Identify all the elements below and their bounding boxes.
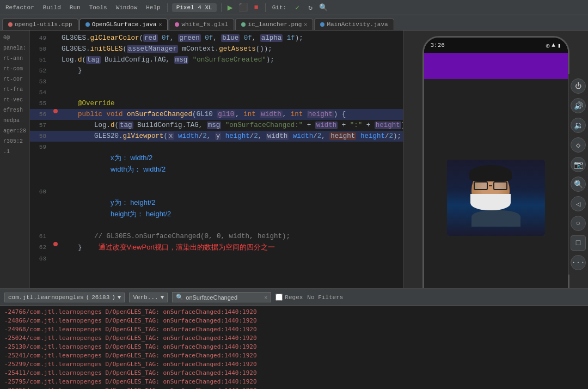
- sidebar-item-r305[interactable]: r305:2: [0, 136, 29, 147]
- back-arrow-button[interactable]: ◁: [571, 196, 586, 211]
- line-number-57: 57: [30, 120, 52, 131]
- breakpoint-dot-62[interactable]: [53, 242, 58, 246]
- code-line-61: 61 // GL30ES.onSurfaceChanged(0, 0, widt…: [30, 231, 403, 242]
- tab-bar: opengl-utils.cpp OpenGLSurface.java ✕ wh…: [0, 15, 588, 31]
- code-annotation-62: 通过改变ViewPort视口，渲染出的数据为空间的四分之一: [99, 243, 275, 251]
- line-number-52: 52: [30, 65, 52, 76]
- verbosity-dropdown[interactable]: Verb... ▼: [129, 293, 168, 302]
- logcat-toolbar: com.jtl.learnopengles ( 26183 ) ▼ Verb..…: [0, 289, 588, 306]
- tab-label-openglsurface: OpenGLSurface.java: [92, 21, 157, 28]
- camera-button[interactable]: 📷: [571, 157, 586, 172]
- line-content-59: x为： width/2 width为： width/2: [59, 142, 403, 186]
- tab-dot-cpp: [8, 22, 13, 27]
- sidebar-item-0[interactable]: 0@: [0, 33, 29, 43]
- tab-label-mainactivity: MainActivity.java: [327, 21, 388, 28]
- device-selector[interactable]: Pixel 4 XL: [172, 3, 217, 12]
- log-line-0: -24766/com.jtl.learnopenges D/OpenGLES_T…: [0, 308, 588, 317]
- phone-panel: 3:26 ◎ ▲ ▮: [403, 31, 588, 288]
- square-button[interactable]: □: [571, 235, 586, 251]
- line-number-59: 59: [30, 142, 52, 153]
- code-editor: 49 GL30ES.glClearColor(red 0f, green 0f,…: [30, 31, 403, 288]
- code-content-area[interactable]: 49 GL30ES.glClearColor(red 0f, green 0f,…: [30, 31, 403, 288]
- line-content-60: y为： height/2 height为： height/2: [59, 186, 403, 231]
- line-number-51: 51: [30, 54, 52, 65]
- tab-close-ic-launcher[interactable]: ✕: [304, 21, 307, 28]
- sidebar-item-panela[interactable]: panela:: [0, 43, 29, 53]
- sidebar-item-ager[interactable]: ager:28: [0, 126, 29, 136]
- sidebar-item-rt-core[interactable]: rt-cor: [0, 74, 29, 84]
- log-line-5: -25241/com.jtl.learnopenges D/OpenGLES_T…: [0, 351, 588, 360]
- package-pid: (: [86, 294, 90, 301]
- toolbar-help[interactable]: Help: [144, 3, 162, 12]
- phone-side-buttons: ⏻ 🔊 🔉 ◇ 📷 🔍 ◁ ○ □ ···: [568, 74, 588, 275]
- power-button[interactable]: ⏻: [571, 78, 586, 94]
- logcat-search-input[interactable]: [186, 294, 262, 301]
- search-clear-icon[interactable]: ✕: [264, 294, 267, 301]
- sidebar-item-rt-frag[interactable]: rt-fra: [0, 84, 29, 95]
- logcat-log-content: -24766/com.jtl.learnopenges D/OpenGLES_T…: [0, 306, 588, 389]
- line-marker-56: [52, 109, 59, 113]
- tab-openglsurface[interactable]: OpenGLSurface.java ✕: [79, 19, 168, 30]
- line-number-50: 50: [30, 44, 52, 54]
- line-content-58: GLES20.glViewport(x width/2, y height/2,…: [59, 131, 403, 142]
- run-button[interactable]: ▶: [226, 3, 235, 12]
- sidebar-item-rt-com[interactable]: rt-com: [0, 64, 29, 74]
- toolbar-refactor[interactable]: Refactor: [3, 3, 36, 12]
- toolbar-separator-2: [221, 3, 222, 12]
- logcat-panel: com.jtl.learnopengles ( 26183 ) ▼ Verb..…: [0, 288, 588, 389]
- debug-button[interactable]: ⬛: [239, 3, 248, 12]
- tab-close-openglsurface[interactable]: ✕: [158, 21, 162, 28]
- code-line-49: 49 GL30ES.glClearColor(red 0f, green 0f,…: [30, 33, 403, 44]
- tab-dot-png: [241, 22, 246, 27]
- logcat-search-box[interactable]: 🔍 ✕: [172, 292, 271, 302]
- volume-down-button[interactable]: 🔉: [571, 118, 586, 133]
- main-area: 0@ panela: rt-ann rt-com rt-cor rt-fra r…: [0, 31, 588, 288]
- toolbar-tools[interactable]: Tools: [87, 3, 109, 12]
- code-line-54: 54: [30, 87, 403, 98]
- line-content-61: // GL30ES.onSurfaceChanged(0, 0, width, …: [59, 231, 403, 242]
- regex-checkbox[interactable]: [275, 294, 283, 301]
- circle-button[interactable]: ○: [571, 216, 586, 231]
- line-number-61: 61: [30, 231, 52, 242]
- zoom-in-button[interactable]: 🔍: [571, 177, 586, 192]
- toolbar-separator-1: [167, 3, 168, 12]
- verbosity-label: Verb...: [133, 294, 158, 301]
- file-tree-sidebar: 0@ panela: rt-ann rt-com rt-cor rt-fra r…: [0, 31, 30, 288]
- line-number-49: 49: [30, 33, 52, 44]
- sidebar-item-nedpar[interactable]: nedpa: [0, 116, 29, 126]
- toolbar-separator-3: [265, 3, 266, 12]
- code-line-60: 60 y为： height/2 height为： height/2: [30, 186, 403, 231]
- code-line-56: 56 public void onSurfaceChanged(GL10 gl1…: [30, 109, 403, 120]
- code-line-58: 58 GLES20.glViewport(x width/2, y height…: [30, 131, 403, 142]
- tab-label-opengl-utils: opengl-utils.cpp: [15, 21, 72, 28]
- line-marker-62: [52, 242, 59, 246]
- sidebar-item-1[interactable]: .1: [0, 147, 29, 157]
- toolbar-build[interactable]: Build: [41, 3, 63, 12]
- tab-opengl-utils[interactable]: opengl-utils.cpp: [2, 19, 78, 30]
- line-content-62: } 通过改变ViewPort视口，渲染出的数据为空间的四分之一: [59, 242, 403, 253]
- sidebar-item-rt-vect[interactable]: rt-vec: [0, 95, 29, 105]
- tab-mainactivity[interactable]: MainActivity.java: [314, 19, 394, 30]
- search-icon[interactable]: 🔍: [319, 3, 328, 12]
- tab-ic-launcher[interactable]: ic_launcher.png ✕: [235, 19, 313, 30]
- log-line-8: -25795/com.jtl.learnopenges D/OpenGLES_T…: [0, 378, 588, 386]
- toolbar-window[interactable]: Window: [114, 3, 140, 12]
- eraser-button[interactable]: ◇: [571, 137, 586, 153]
- breakpoint-dot-56[interactable]: [53, 109, 58, 113]
- sync-icon[interactable]: ↻: [306, 3, 315, 12]
- log-line-3: -25024/com.jtl.learnopenges D/OpenGLES_T…: [0, 334, 588, 343]
- git-label: Git:: [270, 3, 289, 12]
- volume-up-button[interactable]: 🔊: [571, 98, 586, 113]
- package-dropdown[interactable]: com.jtl.learnopengles ( 26183 ) ▼: [4, 293, 125, 302]
- sidebar-item-rt-anno[interactable]: rt-ann: [0, 53, 29, 64]
- toolbar-run[interactable]: Run: [68, 3, 83, 12]
- phone-time: 3:26: [431, 42, 445, 48]
- more-button[interactable]: ···: [571, 255, 586, 270]
- stop-button[interactable]: ■: [252, 3, 261, 12]
- git-check-icon[interactable]: ✓: [293, 3, 302, 12]
- line-content-49: GL30ES.glClearColor(red 0f, green 0f, bl…: [59, 33, 403, 44]
- tab-dot-java: [85, 22, 90, 27]
- camera-image: [447, 160, 545, 236]
- sidebar-item-refresh[interactable]: efresh: [0, 105, 29, 116]
- tab-white-fs[interactable]: white_fs.glsl: [169, 19, 234, 30]
